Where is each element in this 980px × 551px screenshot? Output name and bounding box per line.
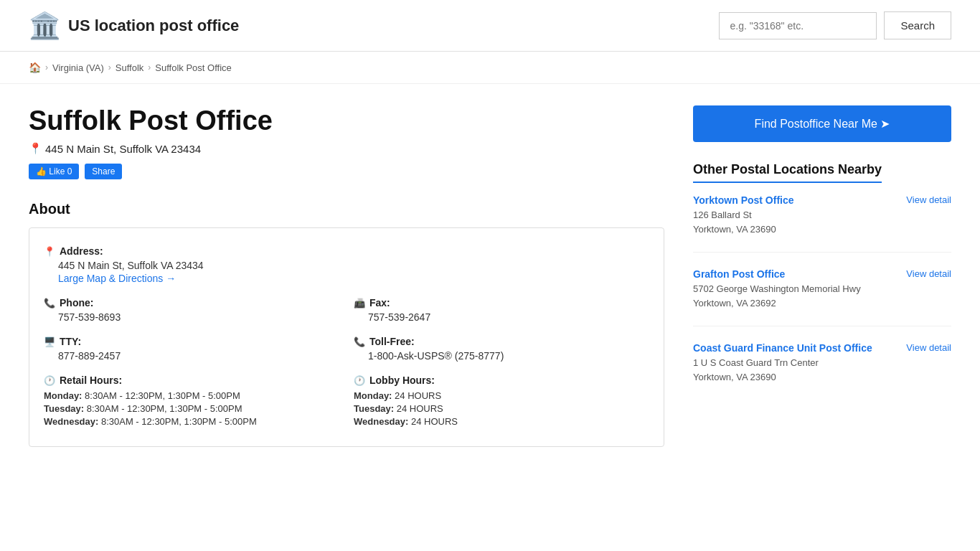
retail-hours-row: Wednesday: 8:30AM - 12:30PM, 1:30PM - 5:… bbox=[44, 416, 339, 427]
breadcrumb: 🏠 › Virginia (VA) › Suffolk › Suffolk Po… bbox=[0, 52, 980, 84]
fax-icon: 📠 bbox=[354, 298, 365, 309]
nearby-name-link[interactable]: Yorktown Post Office bbox=[693, 194, 794, 206]
clock-icon-lobby: 🕐 bbox=[354, 375, 365, 386]
nearby-name-link[interactable]: Coast Guard Finance Unit Post Office bbox=[693, 342, 872, 354]
nearby-item: Yorktown Post Office 126 Ballard StYorkt… bbox=[693, 194, 951, 253]
breadcrumb-sep-1: › bbox=[45, 62, 48, 72]
view-detail-link[interactable]: View detail bbox=[906, 194, 951, 205]
nearby-name-link[interactable]: Grafton Post Office bbox=[693, 268, 861, 280]
breadcrumb-current: Suffolk Post Office bbox=[155, 62, 231, 73]
tollfree-icon: 📞 bbox=[354, 336, 365, 347]
tollfree-value: 1-800-Ask-USPS® (275-8777) bbox=[368, 350, 649, 362]
site-logo-icon: 🏛️ bbox=[29, 13, 61, 39]
view-detail-link[interactable]: View detail bbox=[906, 342, 951, 353]
header: 🏛️ US location post office Search bbox=[0, 0, 980, 52]
retail-hours-rows: Monday: 8:30AM - 12:30PM, 1:30PM - 5:00P… bbox=[44, 390, 339, 427]
nearby-section: Other Postal Locations Nearby Yorktown P… bbox=[693, 162, 951, 400]
logo-area: 🏛️ US location post office bbox=[29, 13, 719, 39]
tty-section: 🖥️ TTY: 877-889-2457 bbox=[44, 336, 339, 362]
clock-icon-retail: 🕐 bbox=[44, 375, 55, 386]
breadcrumb-sep-3: › bbox=[148, 62, 151, 72]
nearby-list: Yorktown Post Office 126 Ballard StYorkt… bbox=[693, 194, 951, 400]
retail-hours-section: 🕐 Retail Hours: Monday: 8:30AM - 12:30PM… bbox=[44, 375, 339, 429]
nearby-address: 126 Ballard StYorktown, VA 23690 bbox=[693, 208, 794, 236]
right-column: Find Postoffice Near Me ➤ Other Postal L… bbox=[693, 105, 951, 447]
nearby-address: 1 U S Coast Guard Trn CenterYorktown, VA… bbox=[693, 356, 872, 384]
info-card: 📍 Address: 445 N Main St, Suffolk VA 234… bbox=[29, 227, 664, 447]
address-value: 445 N Main St, Suffolk VA 23434 bbox=[58, 260, 649, 271]
lobby-hours-row: Monday: 24 HOURS bbox=[354, 390, 649, 401]
lobby-hours-label: 🕐 Lobby Hours: bbox=[354, 375, 649, 386]
hours-grid: 🕐 Retail Hours: Monday: 8:30AM - 12:30PM… bbox=[44, 375, 649, 429]
page-address-line: 📍 445 N Main St, Suffolk VA 23434 bbox=[29, 142, 664, 155]
fax-label: 📠 Fax: bbox=[354, 297, 649, 309]
search-area: Search bbox=[719, 11, 951, 39]
fax-section: 📠 Fax: 757-539-2647 bbox=[354, 297, 649, 323]
phone-value: 757-539-8693 bbox=[58, 311, 339, 323]
lobby-hours-row: Wednesday: 24 HOURS bbox=[354, 416, 649, 427]
contact-grid: 📞 Phone: 757-539-8693 📠 Fax: 757-539-264… bbox=[44, 297, 649, 362]
tty-icon: 🖥️ bbox=[44, 336, 55, 347]
tollfree-label: 📞 Toll-Free: bbox=[354, 336, 649, 347]
phone-section: 📞 Phone: 757-539-8693 bbox=[44, 297, 339, 323]
lobby-hours-section: 🕐 Lobby Hours: Monday: 24 HOURSTuesday: … bbox=[354, 375, 649, 429]
facebook-like-button[interactable]: 👍 Like 0 bbox=[29, 164, 79, 179]
left-column: Suffolk Post Office 📍 445 N Main St, Suf… bbox=[29, 105, 664, 447]
search-input[interactable] bbox=[719, 12, 877, 39]
nearby-info: Grafton Post Office 5702 George Washingt… bbox=[693, 268, 861, 310]
site-title: US location post office bbox=[68, 17, 239, 35]
lobby-hours-row: Tuesday: 24 HOURS bbox=[354, 403, 649, 414]
page-title: Suffolk Post Office bbox=[29, 105, 664, 136]
address-section: 📍 Address: 445 N Main St, Suffolk VA 234… bbox=[44, 245, 649, 284]
retail-hours-label: 🕐 Retail Hours: bbox=[44, 375, 339, 386]
tollfree-section: 📞 Toll-Free: 1-800-Ask-USPS® (275-8777) bbox=[354, 336, 649, 362]
nearby-address: 5702 George Washington Memorial HwyYorkt… bbox=[693, 282, 861, 310]
nearby-info: Yorktown Post Office 126 Ballard StYorkt… bbox=[693, 194, 794, 236]
view-detail-link[interactable]: View detail bbox=[906, 268, 951, 279]
pin-icon: 📍 bbox=[29, 142, 42, 155]
home-icon[interactable]: 🏠 bbox=[29, 62, 41, 73]
lobby-hours-rows: Monday: 24 HOURSTuesday: 24 HOURSWednesd… bbox=[354, 390, 649, 427]
facebook-share-button[interactable]: Share bbox=[85, 164, 122, 179]
nearby-item: Coast Guard Finance Unit Post Office 1 U… bbox=[693, 342, 951, 400]
breadcrumb-suffolk[interactable]: Suffolk bbox=[116, 62, 144, 73]
about-heading: About bbox=[29, 201, 664, 217]
breadcrumb-sep-2: › bbox=[108, 62, 111, 72]
nearby-heading: Other Postal Locations Nearby bbox=[693, 162, 882, 183]
retail-hours-row: Monday: 8:30AM - 12:30PM, 1:30PM - 5:00P… bbox=[44, 390, 339, 401]
address-label: 📍 Address: bbox=[44, 245, 649, 257]
phone-icon: 📞 bbox=[44, 298, 55, 309]
main-layout: Suffolk Post Office 📍 445 N Main St, Suf… bbox=[0, 84, 980, 468]
social-buttons: 👍 Like 0 Share bbox=[29, 164, 664, 179]
retail-hours-row: Tuesday: 8:30AM - 12:30PM, 1:30PM - 5:00… bbox=[44, 403, 339, 414]
pin-icon-small: 📍 bbox=[44, 246, 55, 257]
tty-value: 877-889-2457 bbox=[58, 350, 339, 362]
nearby-info: Coast Guard Finance Unit Post Office 1 U… bbox=[693, 342, 872, 384]
phone-label: 📞 Phone: bbox=[44, 297, 339, 309]
find-postoffice-button[interactable]: Find Postoffice Near Me ➤ bbox=[693, 105, 951, 142]
fax-value: 757-539-2647 bbox=[368, 311, 649, 323]
breadcrumb-virginia[interactable]: Virginia (VA) bbox=[52, 62, 104, 73]
tty-label: 🖥️ TTY: bbox=[44, 336, 339, 347]
nearby-item: Grafton Post Office 5702 George Washingt… bbox=[693, 268, 951, 326]
page-address-text: 445 N Main St, Suffolk VA 23434 bbox=[45, 143, 201, 155]
search-button[interactable]: Search bbox=[884, 11, 951, 39]
map-directions-link[interactable]: Large Map & Directions → bbox=[58, 273, 176, 284]
